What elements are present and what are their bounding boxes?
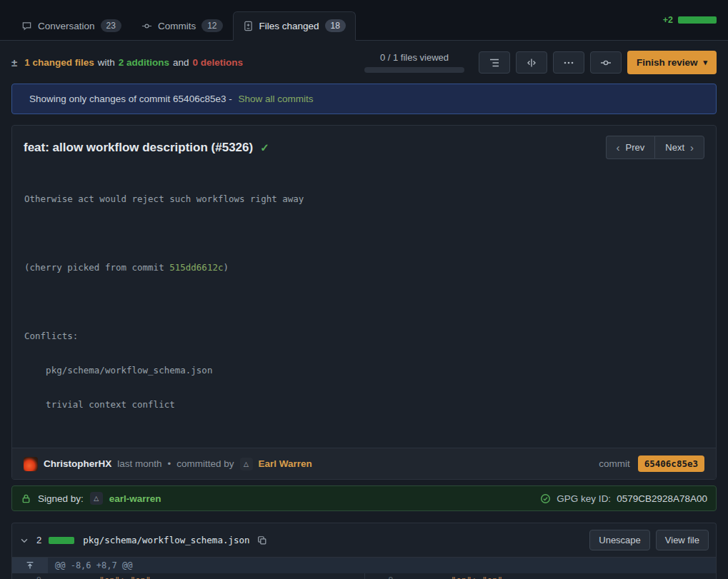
whitespace-icon [526,57,537,69]
cherry-pick-text: (cherry picked from commit [24,262,169,273]
commit-date: last month [117,458,161,469]
tab-conversation[interactable]: Conversation 23 [11,11,131,41]
hunk-header: @@ -8,6 +8,7 @@ [48,558,716,573]
commit-meta-bar: ChristopherHX last month • committed by … [12,448,716,479]
commit-message-line: (cherry picked from commit 515dd6612c) [24,262,704,273]
diff-toolbar-actions: 0 / 1 files viewed [364,51,717,74]
diff-options-button[interactable] [553,51,584,74]
kebab-horizontal-icon [563,57,574,69]
next-label: Next [665,142,684,153]
gpg-key-label: GPG key ID: [557,493,611,504]
show-all-commits-link[interactable]: Show all commits [238,94,313,104]
commit-message-line: trivial context conflict [24,399,704,411]
commit-message: Otherwise act would reject such workflow… [12,161,716,448]
file-tree-toggle-button[interactable] [479,51,510,74]
diff-icon: ± [11,56,17,69]
tab-files-changed[interactable]: Files changed 18 [233,11,356,41]
old-code-line: "on": "on", [48,573,364,579]
lock-icon [21,493,31,504]
signer-link[interactable]: earl-warren [109,493,161,504]
cherry-pick-hash-link[interactable]: 515dd6612c [169,262,223,273]
copy-file-name-icon[interactable] [257,535,267,545]
committer-link[interactable]: Earl Warren [259,458,312,469]
pr-tabbar: Conversation 23 Commits 12 Files changed… [0,0,728,41]
tab-commits-label: Commits [158,21,196,31]
signed-by-label: Signed by: [38,493,84,504]
file-diff-header: 2 pkg/schema/workflow_schema.json Unesca… [12,523,716,557]
commit-sha-badge[interactable]: 65406c85e3 [638,455,704,472]
author-link[interactable]: ChristopherHX [44,458,111,469]
commit-message-line: Otherwise act would reject such workflow… [24,193,704,205]
new-code-line: "on": "on", [400,573,717,579]
files-count-badge: 18 [325,19,346,32]
blank-line [24,296,704,308]
chevron-down-icon: ▾ [703,58,707,67]
ci-success-icon: ✓ [260,141,269,154]
finish-review-button[interactable]: Finish review ▾ [627,51,717,74]
diff-stat-bar [678,16,717,24]
collapse-file-chevron-icon[interactable] [19,535,29,545]
prev-label: Prev [626,142,645,153]
changed-files-count: 1 changed files [24,57,94,68]
tab-commits[interactable]: Commits 12 [131,11,233,41]
dot-separator: • [168,458,171,469]
check-circle-icon [540,493,551,504]
summary-text: with [98,57,115,68]
commits-count-badge: 12 [201,19,222,32]
commit-title-text: feat: allow workflow description (#5326) [24,141,253,155]
gpg-key-id: 0579CB2928A78A00 [617,493,707,504]
view-file-button[interactable]: View file [656,530,709,550]
commit-select-button[interactable] [590,51,622,74]
prev-commit-button[interactable]: ‹ Prev [606,136,655,159]
deletions-text: 0 deletions [193,57,244,68]
global-diff-stats: +2 [663,15,717,25]
diff-split-view: @@ -8,6 +8,7 @@ 8 "on": "on", 8 "on": "o… [12,557,716,579]
files-viewed-progress: 0 / 1 files viewed [364,52,464,73]
author-avatar[interactable] [24,457,38,471]
finish-review-label: Finish review [637,57,698,68]
file-diff-card: 2 pkg/schema/workflow_schema.json Unesca… [11,523,717,579]
commit-card: feat: allow workflow description (#5326)… [11,125,717,480]
commit-filter-banner: Showing only changes of commit 65406c85e… [11,84,717,114]
whitespace-toggle-button[interactable] [516,51,547,74]
commit-card-header: feat: allow workflow description (#5326)… [12,126,716,161]
unescape-button[interactable]: Unescape [589,530,650,550]
chevron-left-icon: ‹ [617,141,620,153]
next-commit-button[interactable]: Next › [654,136,704,159]
avatar-glyph: △ [244,460,249,468]
additions-text: 2 additions [119,57,169,68]
conversation-count-badge: 23 [101,19,121,32]
commit-pager: ‹ Prev Next › [606,136,704,159]
commit-label: commit [599,458,630,469]
expand-hunk-button[interactable] [12,558,48,573]
signature-bar: Signed by: △ earl-warren GPG key ID: 057… [11,485,717,511]
committer-avatar[interactable]: △ [240,458,253,470]
conversation-icon [21,21,32,31]
blank-line [24,228,704,239]
new-line-number[interactable]: 8 [364,573,400,579]
commit-message-line: pkg/schema/workflow_schema.json [24,365,704,376]
tab-conversation-label: Conversation [38,21,95,31]
signer-avatar[interactable]: △ [90,492,103,505]
file-change-count: 2 [36,535,41,545]
files-viewed-label: 0 / 1 files viewed [380,52,449,63]
pull-request-files-page: Conversation 23 Commits 12 Files changed… [0,0,728,579]
chevron-right-icon: › [690,141,694,153]
file-name: pkg/schema/workflow_schema.json [83,535,249,545]
banner-message: Showing only changes of commit 65406c85e… [29,94,232,104]
commit-title: feat: allow workflow description (#5326)… [24,141,269,155]
changed-files-summary: ± 1 changed files with 2 additions and 0… [11,56,243,69]
files-viewed-bar [364,67,464,73]
summary-text: and [173,57,189,68]
avatar-glyph: △ [94,495,99,502]
cherry-pick-text: ) [223,262,229,273]
commit-icon [141,21,152,31]
old-line-number[interactable]: 8 [12,573,48,579]
commit-message-line: Conflicts: [24,331,704,342]
file-diff-stat-bar [49,537,74,544]
tab-files-changed-label: Files changed [259,21,319,31]
diff-toolbar: ± 1 changed files with 2 additions and 0… [0,41,728,77]
file-diff-icon [243,21,254,31]
committed-by-label: committed by [176,458,234,469]
additions-count: +2 [663,15,673,25]
